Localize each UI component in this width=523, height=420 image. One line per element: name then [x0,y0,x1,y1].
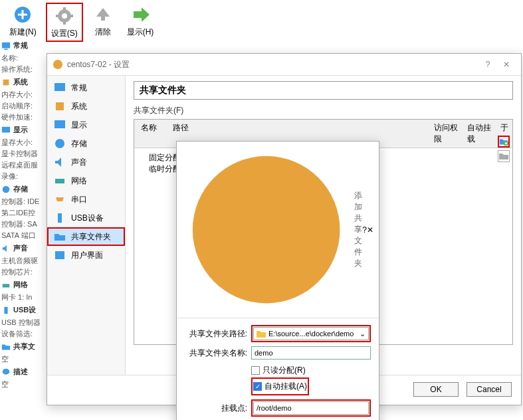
section-audio: 声音 [0,241,43,255]
name-label: 共享文件夹名称: [185,348,251,359]
settings-ok-button[interactable]: OK [413,382,459,397]
cat-serial[interactable]: 串口 [47,190,125,209]
svg-point-20 [55,139,64,148]
folder-path-select[interactable]: E:\source...e\docker\demo ⌄ [253,327,369,340]
svg-point-2 [62,13,67,19]
section-system: 系统 [0,75,43,89]
svg-point-25 [193,156,340,304]
section-network: 网络 [0,278,43,292]
clear-label: 清除 [95,27,111,38]
settings-cancel-button[interactable]: Cancel [467,382,512,397]
content-heading: 共享文件夹 [134,81,513,100]
vm-icon [52,59,63,70]
svg-rect-21 [55,179,64,183]
main-toolbar: 新建(N) 设置(S) 清除 显示(H) [0,0,523,45]
settings-button[interactable]: 设置(S) [46,3,83,42]
usb-icon [1,306,11,315]
settings-title: centos7-02 - 设置 [67,59,478,70]
help-button[interactable]: ? [478,58,497,71]
section-usb: USB设 [0,303,43,317]
readonly-checkbox[interactable] [251,366,260,375]
automount-checkbox[interactable]: ✓ [253,382,262,391]
bubble-icon [1,368,11,377]
section-display: 显示 [0,123,43,137]
section-general: 常规 [0,39,43,52]
cat-system[interactable]: 系统 [47,97,125,116]
section-shared: 共享文 [0,340,43,354]
network-icon [1,280,11,290]
svg-rect-13 [3,284,10,287]
help-button[interactable]: ? [362,225,367,235]
section-desc: 描述 [0,365,43,379]
clear-icon [92,4,114,25]
svg-rect-17 [54,83,65,91]
disk-icon [1,185,11,194]
show-button[interactable]: 显示(H) [123,3,158,42]
svg-point-12 [3,185,10,193]
svg-rect-9 [4,49,7,50]
svg-rect-6 [70,15,73,17]
new-label: 新建(N) [9,27,37,38]
svg-point-15 [3,368,10,374]
cat-audio[interactable]: 声音 [47,153,125,171]
new-button[interactable]: 新建(N) [5,3,41,42]
cat-usb[interactable]: USB设备 [47,209,125,227]
svg-rect-4 [63,21,66,25]
speaker-icon [1,244,11,253]
close-button[interactable]: ✕ [367,225,373,235]
add-shared-folder-dialog: 添加共享文件夹 ? ✕ 共享文件夹路径: E:\source...e\docke… [176,141,379,420]
svg-rect-19 [54,120,65,128]
readonly-checkbox-row[interactable]: 只读分配(R) [251,364,371,377]
add-dialog-titlebar: 添加共享文件夹 ? ✕ [177,142,379,318]
svg-rect-7 [101,17,105,21]
display-icon [1,126,11,135]
cat-storage[interactable]: 存储 [47,134,125,153]
cat-shared-folders[interactable]: 共享文件夹 [47,227,125,246]
clear-button[interactable]: 清除 [88,3,118,42]
fieldset-label: 共享文件夹(F) [134,105,513,116]
gear-icon [54,5,75,27]
automount-checkbox-row[interactable]: ✓ 自动挂载(A) [253,379,307,393]
svg-point-16 [53,60,62,69]
svg-rect-10 [3,79,9,85]
svg-rect-5 [56,15,59,17]
svg-rect-14 [4,306,7,314]
close-button[interactable]: ✕ [497,58,516,71]
svg-rect-22 [58,213,62,223]
mountpoint-input[interactable] [253,401,369,415]
folder-icon [1,342,11,352]
svg-rect-23 [55,251,64,259]
section-storage: 存储 [0,182,43,196]
arrow-right-icon [130,4,151,25]
settings-label: 设置(S) [51,28,78,39]
new-icon [12,4,33,25]
properties-panel: 常规 名称: 操作系统: 系统 内存大小: 启动顺序: 硬件加速: 显示 显存大… [0,39,43,390]
svg-rect-18 [56,102,64,110]
svg-rect-11 [2,126,10,132]
chip-icon [1,78,11,87]
folder-icon [257,330,266,338]
folder-name-input[interactable] [251,346,371,360]
svg-rect-8 [2,42,10,48]
chevron-down-icon: ⌄ [360,330,366,338]
category-sidebar: 常规 系统 显示 存储 声音 网络 串口 USB设备 共享文件夹 用户界面 [47,76,126,375]
add-dialog-title: 添加共享文件夹 [354,190,362,269]
show-label: 显示(H) [127,27,154,38]
vm-icon [182,146,350,314]
edit-folder-icon[interactable] [498,150,510,162]
add-folder-icon[interactable] [498,136,510,148]
cat-ui[interactable]: 用户界面 [47,246,125,264]
cat-general[interactable]: 常规 [47,78,125,97]
settings-titlebar: centos7-02 - 设置 ? ✕ [47,54,521,76]
mountpoint-label: 挂载点: [185,403,251,414]
path-label: 共享文件夹路径: [185,328,251,340]
cat-display[interactable]: 显示 [47,116,125,134]
cat-network[interactable]: 网络 [47,171,125,190]
monitor-icon [1,41,11,51]
svg-rect-3 [63,7,66,11]
